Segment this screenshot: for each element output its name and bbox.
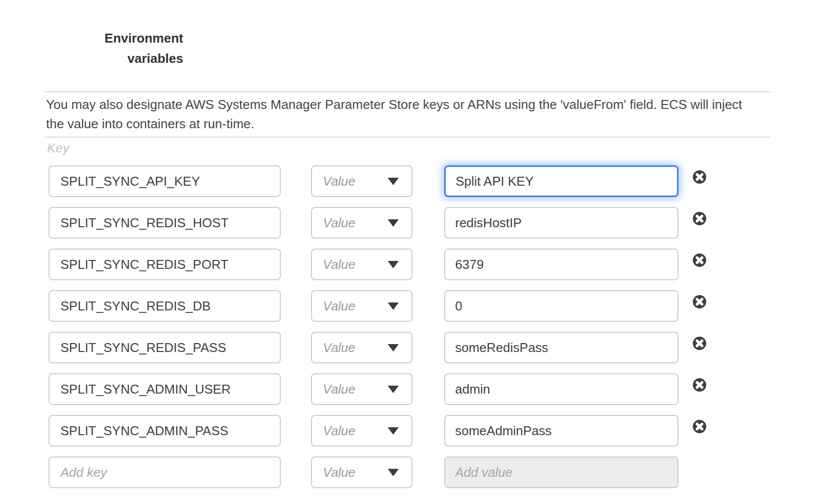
description-text: You may also designate AWS Systems Manag… bbox=[46, 95, 759, 134]
caret-down-icon bbox=[388, 469, 399, 476]
key-input[interactable] bbox=[49, 332, 281, 363]
key-input[interactable] bbox=[49, 415, 281, 447]
value-type-select[interactable]: Value bbox=[311, 249, 413, 280]
value-type-label: Value bbox=[323, 174, 356, 189]
key-input[interactable] bbox=[49, 165, 281, 197]
key-input[interactable] bbox=[49, 373, 281, 405]
remove-variable-button[interactable] bbox=[693, 212, 706, 225]
circle-x-icon bbox=[693, 253, 706, 267]
value-type-select[interactable]: Value bbox=[311, 165, 413, 197]
value-type-label: Value bbox=[323, 215, 356, 231]
circle-x-icon bbox=[693, 212, 706, 225]
caret-down-icon bbox=[388, 219, 399, 227]
value-type-select[interactable]: Value bbox=[311, 456, 413, 488]
value-type-select[interactable]: Value bbox=[311, 290, 413, 322]
env-var-rows: Value Value Value bbox=[49, 165, 706, 498]
remove-variable-button[interactable] bbox=[693, 253, 706, 267]
env-var-row: Value bbox=[49, 249, 706, 280]
value-input[interactable] bbox=[444, 415, 678, 447]
key-input[interactable] bbox=[49, 207, 281, 239]
env-var-row: Value bbox=[49, 415, 706, 447]
key-input[interactable] bbox=[49, 249, 281, 280]
add-env-var-row: Value bbox=[49, 456, 706, 488]
value-type-label: Value bbox=[323, 423, 356, 439]
add-key-input[interactable] bbox=[49, 456, 281, 488]
env-var-row: Value bbox=[49, 332, 706, 363]
env-var-row: Value bbox=[49, 373, 706, 405]
circle-x-icon bbox=[693, 337, 706, 350]
remove-variable-button[interactable] bbox=[693, 170, 706, 184]
remove-variable-button[interactable] bbox=[693, 378, 706, 392]
value-type-label: Value bbox=[323, 465, 356, 480]
caret-down-icon bbox=[388, 344, 399, 352]
add-value-input[interactable] bbox=[444, 456, 678, 488]
env-var-row: Value bbox=[49, 290, 706, 322]
key-input[interactable] bbox=[49, 290, 281, 322]
description-line-1: You may also designate AWS Systems Manag… bbox=[46, 95, 759, 114]
circle-x-icon bbox=[693, 295, 706, 308]
caret-down-icon bbox=[388, 261, 399, 268]
value-input[interactable] bbox=[444, 373, 678, 405]
caret-down-icon bbox=[388, 427, 399, 435]
value-type-label: Value bbox=[323, 382, 356, 397]
env-var-row: Value bbox=[49, 207, 706, 239]
environment-variables-section: Environment variables You may also desig… bbox=[0, 0, 831, 504]
value-type-select[interactable]: Value bbox=[311, 332, 413, 363]
env-var-row: Value bbox=[49, 165, 706, 197]
value-input[interactable] bbox=[444, 249, 678, 280]
divider bbox=[45, 137, 771, 138]
remove-variable-button[interactable] bbox=[693, 337, 706, 350]
value-input[interactable] bbox=[444, 165, 678, 197]
value-type-select[interactable]: Value bbox=[311, 207, 413, 239]
value-type-select[interactable]: Value bbox=[311, 373, 413, 405]
value-type-select[interactable]: Value bbox=[311, 415, 413, 447]
value-type-label: Value bbox=[323, 257, 356, 272]
circle-x-icon bbox=[693, 420, 706, 433]
circle-x-icon bbox=[693, 170, 706, 184]
value-input[interactable] bbox=[444, 290, 678, 322]
value-input[interactable] bbox=[444, 332, 678, 363]
description-line-2: the value into containers at run-time. bbox=[46, 114, 759, 134]
caret-down-icon bbox=[388, 386, 399, 393]
section-label: Environment variables bbox=[84, 28, 183, 69]
circle-x-icon bbox=[693, 378, 706, 392]
caret-down-icon bbox=[388, 302, 399, 310]
divider bbox=[45, 91, 771, 92]
value-input[interactable] bbox=[444, 207, 678, 239]
remove-variable-button[interactable] bbox=[693, 420, 706, 433]
value-type-label: Value bbox=[323, 340, 356, 355]
caret-down-icon bbox=[388, 178, 399, 185]
value-type-label: Value bbox=[323, 299, 356, 314]
remove-variable-button[interactable] bbox=[693, 295, 706, 308]
key-column-header: Key bbox=[47, 141, 69, 156]
